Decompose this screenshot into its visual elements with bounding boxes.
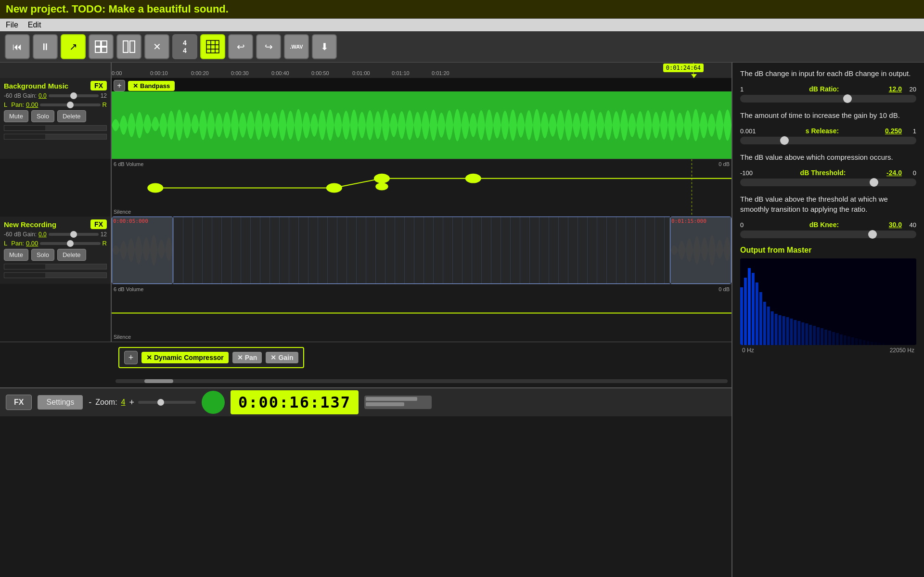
- track-name-nr: New Recording: [4, 220, 56, 229]
- zoom-value: 4: [121, 398, 126, 407]
- fx-chip-x-pan[interactable]: ✕: [237, 354, 243, 361]
- time-sig-button[interactable]: 44: [172, 34, 197, 59]
- gain-slider-nr[interactable]: [49, 233, 99, 236]
- release-slider[interactable]: [740, 137, 916, 144]
- export-wav-button[interactable]: .WAV: [284, 34, 309, 59]
- zoom-thumb[interactable]: [157, 399, 164, 406]
- close-button[interactable]: ✕: [144, 34, 169, 59]
- fx-chip-gain[interactable]: ✕ Gain: [266, 352, 298, 363]
- fx-chip-x-dc[interactable]: ✕: [146, 354, 152, 361]
- threshold-thumb[interactable]: [870, 178, 878, 187]
- automation-scrollbar[interactable]: [116, 379, 728, 383]
- knee-min: 0: [740, 221, 759, 229]
- pause-button[interactable]: ⏸: [33, 34, 58, 59]
- release-value: 0.250: [885, 127, 902, 135]
- solo-btn-nr[interactable]: Solo: [31, 249, 54, 261]
- pan-thumb-nr[interactable]: [67, 240, 74, 247]
- track-main-row-bg: Background Music FX -60 dB Gain: 0.0 12 …: [0, 78, 732, 159]
- svg-rect-55: [855, 338, 858, 345]
- svg-rect-28: [752, 273, 755, 345]
- track-content-nr[interactable]: 0:00:05:000: [112, 217, 732, 284]
- fx-chip-pan[interactable]: ✕ Pan: [232, 352, 262, 363]
- level-meter: [364, 396, 432, 409]
- clip-middle[interactable]: [173, 217, 670, 284]
- track-fx-btn-nr[interactable]: FX: [90, 219, 107, 229]
- pan-r-nr: R: [103, 240, 107, 247]
- track-controls-auto-nr: [0, 284, 112, 342]
- ruler-mark-120: 0:01:20: [432, 70, 449, 76]
- record-btn[interactable]: [202, 391, 225, 414]
- knee-slider[interactable]: [740, 231, 916, 238]
- settings-btn[interactable]: Settings: [38, 395, 83, 410]
- rewind-button[interactable]: ⏮: [5, 34, 30, 59]
- db-ratio-thumb[interactable]: [843, 94, 852, 103]
- pan-label-bg: Pan:: [11, 101, 24, 108]
- db-ratio-slider[interactable]: [740, 95, 916, 103]
- ruler-spacer: [0, 63, 112, 78]
- svg-rect-62: [882, 343, 885, 345]
- export-button[interactable]: ⬇: [312, 34, 337, 59]
- track-name-row-nr: New Recording FX: [4, 219, 107, 229]
- svg-rect-53: [847, 336, 850, 345]
- solo-btn-bg[interactable]: Solo: [31, 110, 54, 122]
- track-background-music: Background Music FX -60 dB Gain: 0.0 12 …: [0, 78, 732, 217]
- svg-rect-54: [851, 337, 854, 345]
- knee-thumb[interactable]: [868, 230, 877, 239]
- release-thumb[interactable]: [780, 136, 789, 145]
- mute-btn-bg[interactable]: Mute: [4, 110, 28, 122]
- track-name-bg: Background Music: [4, 82, 68, 90]
- gain-slider-bg[interactable]: [49, 94, 99, 97]
- pan-slider-nr[interactable]: [40, 242, 100, 245]
- fx-chip-dynamic-compressor[interactable]: ✕ Dynamic Compressor: [141, 352, 229, 363]
- add-clip-btn-bg[interactable]: +: [114, 80, 125, 91]
- threshold-slider[interactable]: [740, 179, 916, 186]
- svg-rect-33: [771, 311, 774, 345]
- track-content-bg[interactable]: + ✕ Bandpass: [112, 78, 732, 159]
- automation-scrollbar-thumb[interactable]: [144, 379, 173, 383]
- db-ratio-desc: The dB change in input for each dB chang…: [740, 68, 916, 78]
- gain-thumb-bg[interactable]: [70, 92, 77, 99]
- svg-rect-5: [130, 41, 135, 52]
- bandpass-chip[interactable]: ✕ Bandpass: [128, 81, 175, 91]
- automation-content-bg[interactable]: 6 dB Volume 0 dB Silence: [112, 159, 732, 217]
- pan-thumb-bg[interactable]: [67, 102, 74, 108]
- delete-btn-nr[interactable]: Delete: [57, 249, 86, 261]
- pan-r-bg: R: [103, 101, 107, 108]
- gain-value-nr: 0.0: [38, 231, 47, 238]
- mute-btn-nr[interactable]: Mute: [4, 249, 28, 261]
- multi-select-button[interactable]: [89, 34, 114, 59]
- eq-bars2-bg: [4, 134, 107, 140]
- timeline-ruler[interactable]: 0:00 0:00:10 0:00:20 0:00:30 0:00:40 0:0…: [112, 63, 732, 78]
- clip-right[interactable]: 0:01:15:000: [670, 217, 732, 284]
- automation-content-nr[interactable]: 6 dB Volume 0 dB Silence: [112, 284, 732, 342]
- ruler-mark-30: 0:00:30: [231, 70, 249, 76]
- clip-left[interactable]: 0:00:05:000: [112, 217, 173, 284]
- freq-labels: 0 Hz 22050 Hz: [740, 347, 916, 354]
- grid-button[interactable]: [200, 34, 225, 59]
- clip-start-label: 0:00:05:000: [113, 218, 148, 224]
- select-mode-button[interactable]: ↗: [61, 34, 86, 59]
- undo-button[interactable]: ↩: [228, 34, 253, 59]
- bandpass-x[interactable]: ✕: [133, 82, 138, 90]
- split-button[interactable]: [116, 34, 141, 59]
- menu-edit[interactable]: Edit: [28, 21, 41, 29]
- svg-rect-59: [871, 342, 873, 345]
- waveform-svg-bg: // We'll use inline path data for wavefo…: [112, 91, 732, 159]
- spectrum-container: [740, 258, 916, 345]
- automation-slider-spacer: [4, 375, 116, 387]
- gain-thumb-nr[interactable]: [70, 231, 77, 238]
- zoom-plus[interactable]: +: [129, 397, 135, 408]
- svg-rect-26: [744, 278, 747, 345]
- track-fx-btn-bg[interactable]: FX: [90, 81, 107, 90]
- svg-rect-60: [874, 342, 877, 345]
- zoom-minus[interactable]: -: [89, 397, 91, 408]
- bottom-fx-btn[interactable]: FX: [6, 395, 32, 410]
- fx-add-btn[interactable]: +: [124, 351, 138, 364]
- redo-button[interactable]: ↪: [256, 34, 281, 59]
- zoom-slider[interactable]: [138, 401, 196, 404]
- release-min: 0.001: [740, 128, 759, 135]
- delete-btn-bg[interactable]: Delete: [57, 110, 86, 122]
- pan-slider-bg[interactable]: [40, 103, 100, 106]
- fx-chip-x-gain[interactable]: ✕: [270, 354, 276, 361]
- menu-file[interactable]: File: [6, 21, 18, 29]
